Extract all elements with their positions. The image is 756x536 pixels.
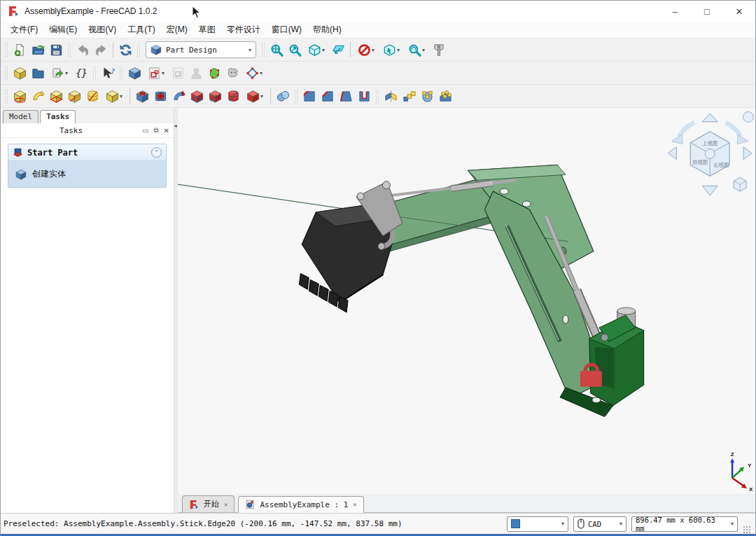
- refresh-button[interactable]: [116, 41, 134, 59]
- create-part-button[interactable]: [10, 64, 29, 82]
- toolbar-drag-handle[interactable]: [4, 66, 8, 80]
- clipping-plane-button[interactable]: ▾: [354, 41, 379, 59]
- navcube-arrow-down[interactable]: [702, 186, 718, 195]
- menu-tools[interactable]: 工具(T): [122, 22, 160, 38]
- redo-button[interactable]: [92, 41, 110, 59]
- chamfer-button[interactable]: [318, 87, 337, 105]
- toolbar-drag-handle[interactable]: [92, 66, 97, 80]
- close-button[interactable]: ✕: [723, 1, 755, 22]
- menu-file[interactable]: 文件(F): [5, 22, 43, 38]
- create-body-button[interactable]: [125, 64, 144, 82]
- menu-part-design[interactable]: 零件设计: [221, 22, 266, 38]
- tab-start-page[interactable]: 开始 ✕: [182, 495, 234, 512]
- additive-loft-button[interactable]: [47, 87, 65, 105]
- start-part-header[interactable]: Start Part ⌃: [8, 144, 166, 161]
- additive-primitive-button[interactable]: ▾: [102, 87, 127, 105]
- thickness-button[interactable]: [355, 87, 373, 105]
- splitter-collapse-icon[interactable]: ◄: [173, 123, 178, 128]
- panel-collapse-button[interactable]: ▭: [142, 127, 148, 135]
- save-button[interactable]: [47, 41, 65, 59]
- toolbar-drag-handle[interactable]: [119, 66, 123, 80]
- resize-grip[interactable]: [743, 525, 751, 534]
- tab-close-icon[interactable]: ✕: [353, 501, 356, 508]
- workbench-selector[interactable]: Part Design ▾: [146, 41, 256, 58]
- boolean-button[interactable]: [274, 87, 292, 105]
- multi-transform-button[interactable]: [436, 87, 454, 105]
- menu-sketch[interactable]: 草图: [193, 22, 221, 38]
- navcube-arrow-up[interactable]: [702, 114, 718, 122]
- toolbar-drag-handle[interactable]: [4, 89, 8, 103]
- additive-helix-button[interactable]: [83, 87, 102, 105]
- make-link-button[interactable]: ▾: [47, 64, 72, 82]
- zoom-selection-button[interactable]: [286, 41, 304, 59]
- excavator-model[interactable]: [178, 165, 644, 416]
- create-datum-button[interactable]: ▾: [241, 64, 267, 82]
- axonometric-view-button[interactable]: ▾: [304, 41, 329, 59]
- minimize-button[interactable]: –: [659, 1, 691, 22]
- toolbar-drag-handle[interactable]: [294, 89, 298, 103]
- element-selection-button[interactable]: ▾: [379, 41, 404, 59]
- pocket-button[interactable]: [133, 87, 151, 105]
- 3d-viewport[interactable]: 上视图 前视图 右视图 Z: [178, 108, 755, 494]
- create-sketch-button[interactable]: ▾: [144, 64, 169, 82]
- mirrored-button[interactable]: [382, 87, 400, 105]
- create-body-task-item[interactable]: 创建实体: [8, 161, 166, 187]
- tab-model[interactable]: Model: [3, 110, 38, 123]
- toolbar-drag-handle[interactable]: [4, 43, 8, 57]
- whats-this-button[interactable]: ?: [99, 64, 117, 82]
- menu-help[interactable]: 帮助(H): [307, 22, 347, 38]
- navcube-rotate-right[interactable]: [737, 135, 748, 144]
- new-document-button[interactable]: [10, 41, 29, 59]
- polar-pattern-button[interactable]: [418, 87, 436, 105]
- panel-empty-area: [1, 188, 174, 513]
- toolbar-drag-handle[interactable]: [261, 43, 265, 57]
- navigation-style-selector[interactable]: CAD ▾: [573, 516, 626, 532]
- subtractive-loft-button[interactable]: [188, 87, 206, 105]
- fit-all-button[interactable]: [267, 41, 286, 59]
- revolution-button[interactable]: [29, 87, 47, 105]
- shape-binder-button[interactable]: [205, 64, 223, 82]
- undo-button[interactable]: [74, 41, 92, 59]
- toolbar-drag-handle[interactable]: [67, 43, 71, 57]
- menu-view[interactable]: 视图(V): [83, 22, 122, 38]
- subtractive-sweep-button[interactable]: [206, 87, 224, 105]
- clone-button[interactable]: [223, 64, 241, 82]
- subtractive-primitive-button[interactable]: ▾: [242, 87, 267, 105]
- navcube-top-label[interactable]: 上视图: [702, 140, 718, 146]
- navcube-arrow-left[interactable]: [668, 147, 676, 160]
- subtractive-helix-button[interactable]: [224, 87, 242, 105]
- panel-float-button[interactable]: ⧉: [153, 126, 158, 135]
- toolbar-drag-handle[interactable]: [375, 89, 379, 103]
- measure-button[interactable]: [429, 41, 447, 59]
- navcube-rotate-left[interactable]: [671, 135, 682, 144]
- navcube-arrow-right[interactable]: [743, 147, 752, 160]
- navcube-right-label[interactable]: 右视图: [713, 162, 729, 168]
- fillet-button[interactable]: [300, 87, 318, 105]
- tab-assembly-document[interactable]: AssemblyExample : 1 ✕: [238, 496, 363, 513]
- menu-macro[interactable]: 宏(M): [161, 22, 193, 38]
- draft-button[interactable]: [337, 87, 355, 105]
- variable-set-button[interactable]: {}: [72, 64, 90, 82]
- tab-tasks[interactable]: Tasks: [40, 110, 76, 123]
- section-collapse-icon[interactable]: ⌃: [151, 147, 162, 158]
- panel-close-button[interactable]: ✕: [164, 127, 169, 135]
- view-size-selector[interactable]: 896.47 mm x 600.63 mm ▾: [631, 516, 738, 532]
- view-plane-button[interactable]: [329, 41, 347, 59]
- draw-style-selector[interactable]: ▾: [507, 516, 568, 532]
- groove-button[interactable]: [169, 87, 188, 105]
- linear-pattern-button[interactable]: [400, 87, 418, 105]
- draw-style-button[interactable]: ▾: [404, 41, 429, 59]
- toolbar-drag-handle[interactable]: [136, 43, 141, 57]
- navcube-front-label[interactable]: 前视图: [692, 159, 708, 165]
- menu-edit[interactable]: 编辑(E): [43, 22, 83, 38]
- navigation-cube[interactable]: 上视图 前视图 右视图: [668, 111, 753, 195]
- pad-button[interactable]: [10, 87, 29, 105]
- hole-button[interactable]: [151, 87, 169, 105]
- additive-sweep-button[interactable]: [65, 87, 83, 105]
- navcube-orbit-dot[interactable]: [743, 111, 754, 122]
- create-group-button[interactable]: [29, 64, 47, 82]
- open-document-button[interactable]: [29, 41, 47, 59]
- tab-close-icon[interactable]: ✕: [224, 501, 227, 508]
- menu-window[interactable]: 窗口(W): [266, 22, 307, 38]
- maximize-button[interactable]: □: [691, 1, 723, 22]
